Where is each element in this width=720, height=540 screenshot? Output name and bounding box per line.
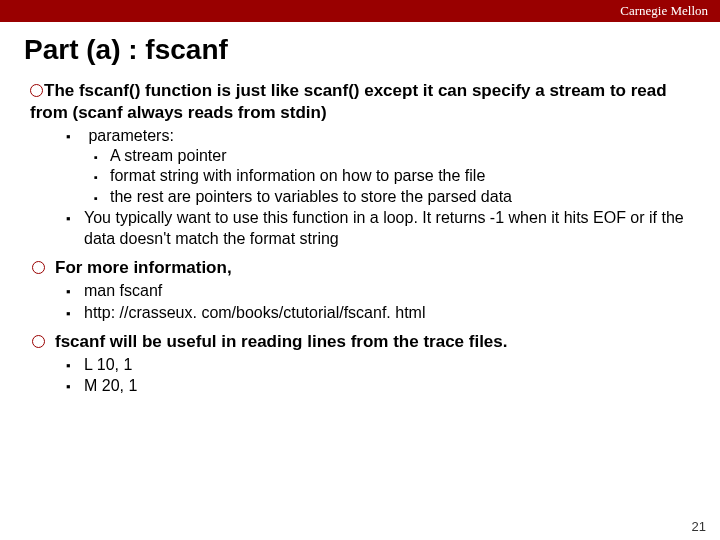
bullet-1: The fscanf() function is just like scanf…	[30, 80, 690, 124]
sub-item-loop: You typically want to use this function …	[84, 208, 690, 249]
slide-title: Part (a) : fscanf	[0, 22, 720, 66]
param-item: the rest are pointers to variables to st…	[110, 187, 690, 207]
page-number: 21	[692, 519, 706, 534]
sub-item: M 20, 1	[84, 376, 690, 396]
params-label: parameters:	[88, 127, 173, 144]
bullet-marker-icon	[32, 335, 45, 348]
content: The fscanf() function is just like scanf…	[0, 66, 720, 397]
param-item: format string with information on how to…	[110, 166, 690, 186]
bullet-3-text: fscanf will be useful in reading lines f…	[55, 332, 508, 351]
param-item: A stream pointer	[110, 146, 690, 166]
bullet-1-sublist: parameters: A stream pointer format stri…	[30, 126, 690, 250]
org-label: Carnegie Mellon	[620, 3, 708, 19]
bullet-marker-icon	[32, 261, 45, 274]
bullet-3: fscanf will be useful in reading lines f…	[30, 331, 690, 353]
bullet-2: For more information,	[30, 257, 690, 279]
bullet-3-sublist: L 10, 1 M 20, 1	[30, 355, 690, 397]
sub-item: man fscanf	[84, 281, 690, 301]
sub-item-params: parameters: A stream pointer format stri…	[84, 126, 690, 208]
sub-item: L 10, 1	[84, 355, 690, 375]
slide: Carnegie Mellon Part (a) : fscanf The fs…	[0, 0, 720, 540]
bullet-marker-icon	[30, 84, 43, 97]
header-bar: Carnegie Mellon	[0, 0, 720, 22]
sub-item: http: //crasseux. com/books/ctutorial/fs…	[84, 303, 690, 323]
bullet-2-text: For more information,	[55, 258, 232, 277]
bullet-2-sublist: man fscanf http: //crasseux. com/books/c…	[30, 281, 690, 323]
bullet-1-text: The fscanf() function is just like scanf…	[30, 81, 667, 122]
params-list: A stream pointer format string with info…	[84, 146, 690, 207]
